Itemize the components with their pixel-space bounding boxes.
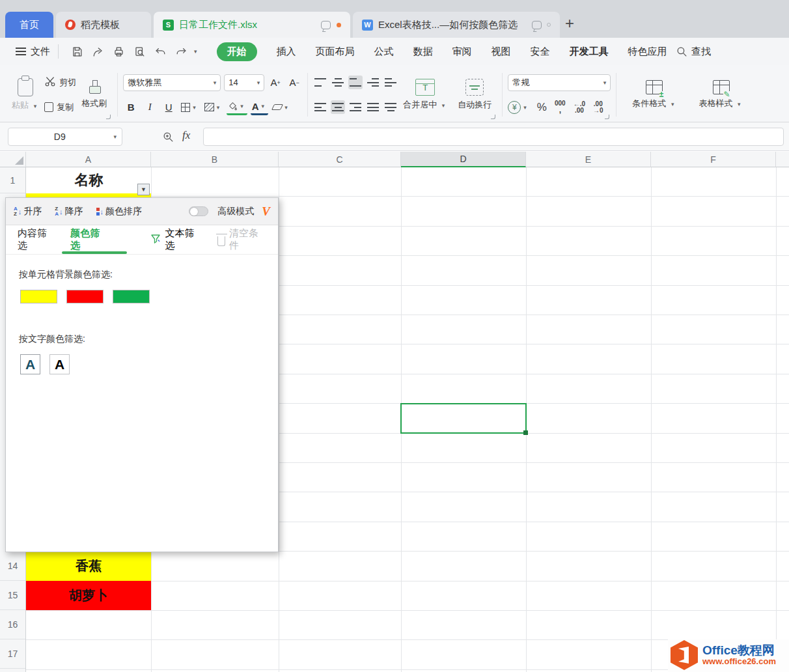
column-header-a[interactable]: A (26, 152, 151, 167)
selected-cell-d9[interactable] (400, 403, 527, 434)
shading-button[interactable]: ▾ (203, 100, 224, 115)
merge-center-button[interactable]: T 合并居中 ▾ (398, 79, 452, 111)
row-header-17[interactable]: 17 (0, 639, 25, 669)
comment-bubble-icon[interactable] (532, 21, 542, 29)
dialog-launcher-icon[interactable] (106, 115, 111, 119)
format-painter-button[interactable]: 格式刷 (76, 80, 112, 109)
decrease-indent-button[interactable] (366, 76, 380, 89)
tab-document-2[interactable]: W Excel表格技...—如何按颜色筛选 (353, 12, 560, 38)
clear-filter-button[interactable]: 清空条件 (217, 227, 266, 252)
tab-security[interactable]: 安全 (531, 46, 550, 58)
comment-bubble-icon[interactable] (321, 21, 331, 29)
decrease-decimal-button[interactable]: .00→0 (593, 101, 603, 114)
black-font-color-swatch[interactable]: A (49, 354, 70, 374)
tab-developer[interactable]: 开发工具 (570, 46, 609, 58)
tab-special-apps[interactable]: 特色应用 (628, 46, 667, 58)
teal-font-color-swatch[interactable]: A (20, 354, 40, 374)
tab-home-ribbon[interactable]: 开始 (217, 42, 257, 61)
row-header-16[interactable]: 16 (0, 610, 25, 639)
align-bottom-button[interactable] (348, 76, 363, 89)
name-box-caret-icon[interactable]: ▾ (113, 133, 117, 140)
find-button[interactable]: 查找 (675, 45, 711, 58)
cell-a1[interactable]: 名称 (27, 167, 151, 193)
increase-decimal-button[interactable]: ←.0.00 (574, 101, 585, 114)
column-header-c[interactable]: C (279, 152, 401, 167)
sort-ascending-button[interactable]: AZ ↓ 升序 (14, 206, 42, 217)
tab-color-filter[interactable]: 颜色筛选 (70, 227, 107, 252)
sort-by-color-button[interactable]: ↓ 颜色排序 (96, 206, 143, 217)
select-all-corner[interactable] (0, 152, 26, 167)
text-filter-button[interactable]: 文本筛选 (150, 227, 202, 252)
column-header-b[interactable]: B (151, 152, 279, 167)
formula-input[interactable] (203, 128, 784, 146)
justify-button[interactable] (366, 100, 380, 114)
row-header-14[interactable]: 14 (0, 552, 25, 581)
table-style-button[interactable]: ✎ 表格样式 ▾ (693, 80, 748, 109)
grow-font-button[interactable]: A+ (268, 75, 283, 91)
borders-button[interactable]: ▾ (180, 100, 200, 115)
row-header-1[interactable]: 1 (0, 167, 25, 193)
tab-formulas[interactable]: 公式 (374, 46, 394, 58)
autofilter-dropdown-button[interactable]: ▼ (137, 184, 150, 195)
tab-insert[interactable]: 插入 (277, 46, 296, 58)
row-header-15[interactable]: 15 (0, 581, 25, 610)
column-header-f[interactable]: F (651, 152, 776, 167)
cell-a15[interactable]: 胡萝卜 (26, 581, 151, 610)
align-right-button[interactable] (348, 100, 363, 114)
shrink-font-button[interactable]: A− (286, 75, 302, 91)
print-icon[interactable] (112, 45, 125, 58)
zoom-search-icon[interactable] (161, 130, 174, 143)
undo-icon[interactable] (154, 45, 167, 58)
advanced-mode-toggle[interactable] (189, 206, 208, 216)
tab-home[interactable]: 首页 (5, 12, 53, 38)
align-middle-button[interactable] (331, 76, 345, 89)
dialog-launcher-icon[interactable] (605, 115, 609, 119)
tab-content-filter[interactable]: 内容筛选 (18, 227, 55, 252)
insert-function-button[interactable]: fx (182, 129, 190, 142)
fill-color-button[interactable]: ▾ (227, 100, 247, 115)
dialog-launcher-icon[interactable] (491, 115, 495, 119)
column-header-d[interactable]: D (401, 152, 526, 167)
align-top-button[interactable] (313, 76, 327, 89)
tab-document-active[interactable]: S 日常工作文件.xlsx (154, 12, 350, 38)
tab-page-layout[interactable]: 页面布局 (316, 46, 355, 58)
eraser-button[interactable]: ▾ (271, 100, 292, 115)
align-left-button[interactable] (313, 100, 327, 114)
export-pdf-icon[interactable] (91, 45, 104, 58)
column-header-partial[interactable] (776, 152, 789, 167)
hamburger-menu-icon[interactable] (16, 48, 26, 55)
toolbar-customize-caret-icon[interactable]: ▾ (194, 48, 197, 55)
thousands-separator-button[interactable]: 000, (555, 100, 566, 114)
sort-descending-button[interactable]: ZA ↓ 降序 (55, 206, 83, 217)
tab-review[interactable]: 审阅 (452, 46, 472, 58)
font-color-button[interactable]: A▾ (251, 100, 268, 115)
font-name-select[interactable]: 微软雅黑▾ (123, 74, 221, 91)
distribute-button[interactable] (383, 100, 398, 114)
green-swatch[interactable] (113, 290, 150, 303)
italic-button[interactable]: I (142, 100, 158, 115)
new-tab-button[interactable]: + (565, 16, 574, 31)
cell-a14[interactable]: 香蕉 (26, 552, 151, 581)
align-center-button[interactable] (331, 100, 345, 114)
underline-button[interactable]: U (161, 100, 176, 115)
save-icon[interactable] (70, 45, 83, 58)
fill-handle[interactable] (523, 430, 528, 435)
yellow-swatch[interactable] (20, 290, 57, 303)
currency-format-button[interactable]: ¥▾ (508, 101, 529, 114)
name-box[interactable]: D9 ▾ (8, 128, 122, 146)
increase-indent-button[interactable] (383, 76, 398, 89)
bold-button[interactable]: B (123, 100, 139, 115)
redo-icon[interactable] (174, 45, 187, 58)
number-format-select[interactable]: 常规▾ (508, 74, 611, 91)
cut-button[interactable]: 剪切 (44, 74, 76, 91)
conditional-formatting-button[interactable]: ± 条件格式 ▾ (627, 80, 682, 109)
tab-data[interactable]: 数据 (413, 46, 433, 58)
paste-button[interactable]: 粘贴 ▾ (7, 78, 44, 111)
file-menu[interactable]: 文件 (31, 46, 50, 58)
column-header-e[interactable]: E (526, 152, 651, 167)
wrap-text-button[interactable]: 自动换行 (452, 79, 497, 111)
tab-docer-templates[interactable]: 稻壳模板 (56, 12, 151, 38)
print-preview-icon[interactable] (133, 45, 146, 58)
percent-format-button[interactable]: % (537, 101, 547, 114)
copy-button[interactable]: 复制 (44, 99, 76, 116)
